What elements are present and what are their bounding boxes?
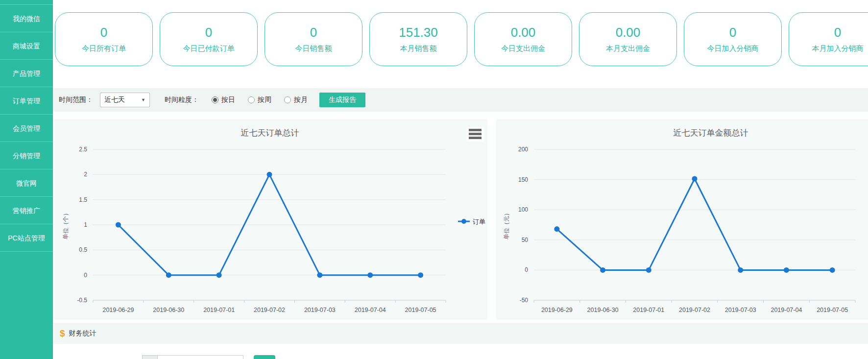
stat-label: 今日加入分销商 [707, 44, 759, 53]
time-range-label: 时间范围： [59, 96, 93, 104]
svg-text:150: 150 [518, 176, 528, 183]
radio-icon [212, 96, 218, 103]
svg-text:近七天订单金额总计: 近七天订单金额总计 [674, 128, 748, 138]
sidebar: 我的微信 商城设置 产品管理 订单管理 会员管理 分销管理 微官网 营销推广 P… [0, 0, 53, 359]
svg-text:2019-06-30: 2019-06-30 [587, 307, 619, 313]
radio-label: 按月 [294, 96, 308, 104]
stat-label: 本月加入分销商 [812, 44, 864, 53]
radio-label: 按日 [221, 96, 235, 104]
svg-text:单位（元）: 单位（元） [503, 210, 510, 239]
orders-line-chart: 近七天订单总计2.521.510.50-0.52019-06-292019-06… [53, 119, 487, 320]
svg-text:近七天订单总计: 近七天订单总计 [241, 128, 299, 138]
radio-label: 按周 [258, 96, 271, 104]
svg-text:2019-07-03: 2019-07-03 [304, 307, 336, 313]
svg-text:2019-07-01: 2019-07-01 [633, 307, 664, 313]
svg-text:0.5: 0.5 [79, 246, 87, 253]
stat-label: 今日支出佣金 [501, 44, 545, 53]
generate-report-button[interactable]: 生成报告 [319, 93, 365, 107]
stat-card-today-paid-orders: 0 今日已付款订单 [160, 12, 258, 66]
sidebar-item-marketing[interactable]: 营销推广 [0, 197, 53, 224]
order-amount-line-chart: 近七天订单金额总计200150100500-502019-06-292019-0… [496, 119, 868, 320]
chart-toolbox-menu-icon[interactable] [466, 127, 484, 142]
orders-chart-panel: 近七天订单总计2.521.510.50-0.52019-06-292019-06… [53, 119, 487, 320]
svg-text:2: 2 [84, 171, 87, 178]
sidebar-item-members[interactable]: 会员管理 [0, 115, 53, 142]
chevron-down-icon: ▼ [141, 97, 145, 102]
radio-icon [248, 96, 255, 103]
svg-text:订单: 订单 [473, 218, 485, 225]
stat-value: 0 [100, 25, 107, 40]
granularity-label: 时间粒度： [165, 96, 199, 104]
sidebar-item-mall-settings[interactable]: 商城设置 [0, 32, 53, 60]
svg-text:0: 0 [525, 266, 528, 273]
bottom-input[interactable] [157, 355, 243, 359]
svg-text:1.5: 1.5 [79, 196, 87, 203]
stat-value: 151.30 [399, 25, 438, 40]
svg-text:2019-07-02: 2019-07-02 [254, 307, 285, 313]
time-range-selected-value: 近七天 [104, 96, 125, 104]
stat-card-today-commission: 0.00 今日支出佣金 [474, 12, 572, 66]
order-amount-chart-panel: 近七天订单金额总计200150100500-502019-06-292019-0… [496, 119, 868, 320]
svg-text:2019-06-30: 2019-06-30 [153, 307, 184, 313]
sidebar-item-pc-site[interactable]: PC站点管理 [0, 224, 53, 252]
stat-card-month-new-distributors: 0 本月加入分销商 [789, 12, 868, 66]
svg-text:2019-07-04: 2019-07-04 [355, 307, 386, 313]
stat-card-month-commission: 0.00 本月支出佣金 [579, 12, 677, 66]
stat-value: 0 [729, 25, 736, 40]
finance-section-title: 财务统计 [69, 329, 96, 338]
svg-text:1: 1 [84, 221, 87, 228]
svg-text:-0.5: -0.5 [77, 297, 87, 304]
svg-text:2.5: 2.5 [79, 146, 87, 153]
svg-text:2019-07-05: 2019-07-05 [817, 307, 848, 313]
svg-text:0: 0 [84, 272, 87, 279]
stat-label: 今日已付款订单 [183, 44, 235, 53]
report-filter-bar: 时间范围： 近七天 ▼ 时间粒度： 按日 按周 按月 生成报告 [53, 88, 868, 112]
svg-text:2019-07-04: 2019-07-04 [771, 307, 802, 313]
radio-icon [284, 96, 291, 103]
sidebar-cut-item [0, 0, 53, 5]
svg-text:单位（个）: 单位（个） [62, 210, 69, 239]
svg-text:-50: -50 [520, 297, 529, 304]
stat-label: 本月支出佣金 [606, 44, 650, 53]
svg-text:100: 100 [518, 206, 528, 213]
stat-label: 今日销售额 [295, 44, 332, 53]
stat-value: 0.00 [616, 25, 641, 40]
svg-text:2019-07-05: 2019-07-05 [405, 307, 436, 313]
sidebar-item-micro-site[interactable]: 微官网 [0, 169, 53, 197]
stat-value: 0 [834, 25, 841, 40]
radio-by-month[interactable]: 按月 [284, 96, 308, 104]
svg-text:2019-07-01: 2019-07-01 [203, 307, 235, 313]
svg-text:50: 50 [522, 237, 529, 243]
svg-text:200: 200 [518, 146, 528, 153]
finance-section-header: $ 财务统计 [53, 323, 868, 344]
stat-value: 0 [310, 25, 317, 40]
stat-card-today-orders: 0 今日所有订单 [55, 12, 153, 66]
sidebar-item-orders[interactable]: 订单管理 [0, 87, 53, 115]
bottom-submit-button[interactable] [254, 355, 275, 359]
stat-label: 今日所有订单 [82, 44, 126, 53]
dollar-icon: $ [60, 328, 65, 339]
stat-cards-row: 0 今日所有订单 0 今日已付款订单 0 今日销售额 151.30 本月销售额 … [55, 12, 868, 66]
stat-label: 本月销售额 [400, 44, 437, 53]
svg-text:2019-06-29: 2019-06-29 [541, 307, 573, 313]
sidebar-item-distribution[interactable]: 分销管理 [0, 142, 53, 169]
svg-text:2019-07-03: 2019-07-03 [725, 307, 756, 313]
radio-by-week[interactable]: 按周 [248, 96, 271, 104]
stat-value: 0.00 [511, 25, 536, 40]
stat-value: 0 [205, 25, 212, 40]
stat-card-today-sales: 0 今日销售额 [265, 12, 362, 66]
radio-by-day[interactable]: 按日 [212, 96, 235, 104]
stat-card-today-new-distributors: 0 今日加入分销商 [684, 12, 782, 66]
sidebar-item-my-wechat[interactable]: 我的微信 [0, 5, 53, 32]
time-range-select[interactable]: 近七天 ▼ [100, 93, 150, 107]
svg-text:2019-07-02: 2019-07-02 [679, 307, 710, 313]
bottom-input-addon [142, 355, 157, 359]
sidebar-item-products[interactable]: 产品管理 [0, 60, 53, 87]
stat-card-month-sales: 151.30 本月销售额 [369, 12, 467, 66]
svg-text:2019-06-29: 2019-06-29 [102, 307, 134, 313]
